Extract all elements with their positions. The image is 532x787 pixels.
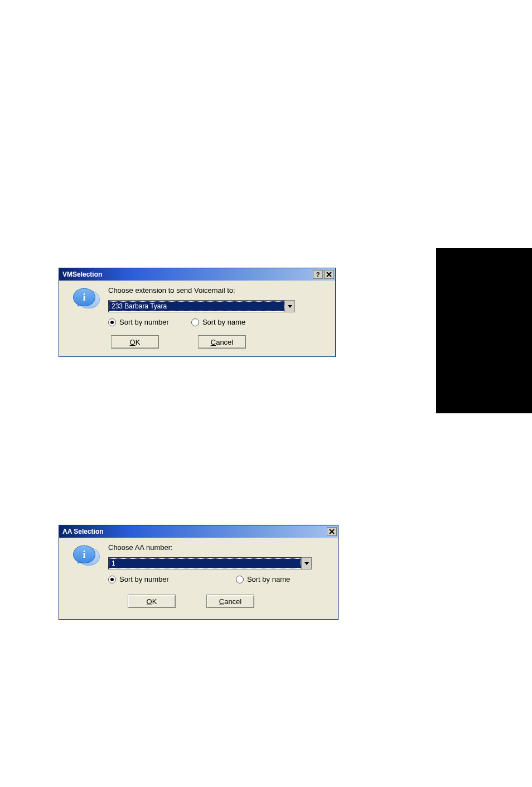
- close-icon: [326, 272, 332, 277]
- sort-by-name-radio[interactable]: Sort by name: [191, 318, 245, 326]
- aa-number-combobox[interactable]: 1: [108, 557, 312, 569]
- vmselection-dialog: VMSelection ? i Choose extension to send…: [59, 268, 336, 357]
- cancel-button[interactable]: Cancel: [206, 595, 254, 608]
- info-bubble-icon: i: [73, 288, 100, 312]
- close-button[interactable]: [324, 270, 334, 279]
- radio-selected-icon: [110, 578, 114, 581]
- combo-selected-value: 233 Barbara Tyara: [109, 301, 284, 311]
- combo-selected-value: 1: [109, 558, 301, 568]
- info-bubble-icon: i: [73, 545, 100, 569]
- sort-by-name-radio[interactable]: Sort by name: [236, 575, 290, 583]
- close-icon: [329, 529, 335, 534]
- ok-button[interactable]: OK: [111, 335, 159, 349]
- aaselection-dialog: AA Selection i Choose AA number: 1: [59, 525, 338, 620]
- dialog-title: VMSelection: [62, 271, 313, 278]
- radio-selected-icon: [110, 321, 114, 324]
- help-button[interactable]: ?: [313, 270, 323, 279]
- cancel-button[interactable]: Cancel: [198, 335, 246, 349]
- redaction-block: [436, 248, 532, 413]
- prompt-text: Choose extension to send Voicemail to:: [108, 286, 330, 294]
- ok-button[interactable]: OK: [128, 595, 176, 608]
- combo-dropdown-button[interactable]: [285, 300, 295, 312]
- dialog-title: AA Selection: [62, 528, 327, 535]
- prompt-text: Choose AA number:: [108, 543, 332, 552]
- close-button[interactable]: [327, 527, 337, 536]
- titlebar[interactable]: VMSelection ?: [59, 268, 335, 281]
- radio-label: Sort by name: [202, 318, 245, 326]
- radio-label: Sort by number: [119, 575, 169, 583]
- extension-combobox[interactable]: 233 Barbara Tyara: [108, 300, 295, 312]
- radio-label: Sort by name: [247, 575, 290, 583]
- sort-by-number-radio[interactable]: Sort by number: [108, 575, 169, 583]
- radio-label: Sort by number: [119, 318, 169, 326]
- chevron-down-icon: [288, 305, 292, 308]
- chevron-down-icon: [304, 562, 309, 565]
- combo-dropdown-button[interactable]: [302, 557, 312, 569]
- titlebar[interactable]: AA Selection: [59, 525, 338, 538]
- sort-by-number-radio[interactable]: Sort by number: [108, 318, 169, 326]
